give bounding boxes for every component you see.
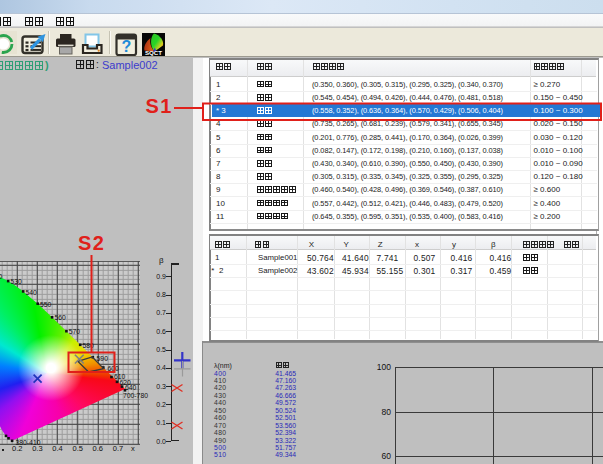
svg-text:520: 520 bbox=[0, 273, 3, 280]
svg-text:550: 550 bbox=[40, 301, 52, 308]
svg-text:540: 540 bbox=[26, 289, 38, 296]
svg-text:530: 530 bbox=[11, 278, 23, 285]
svg-text:570: 570 bbox=[69, 328, 81, 335]
svg-text:590: 590 bbox=[97, 355, 109, 362]
svg-text:560: 560 bbox=[54, 314, 66, 321]
svg-text:640: 640 bbox=[125, 384, 137, 391]
svg-text:380-410: 380-410 bbox=[16, 439, 41, 446]
svg-text:700-780: 700-780 bbox=[123, 392, 148, 399]
